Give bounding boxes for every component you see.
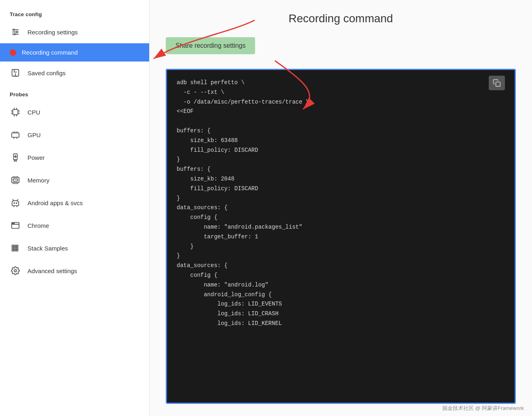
main-content: Recording command Share recording settin… [150,0,532,416]
svg-rect-52 [12,247,14,249]
cpu-icon [10,106,21,118]
svg-rect-50 [14,245,16,247]
share-recording-settings-button[interactable]: Share recording settings [166,37,255,54]
svg-rect-51 [17,245,18,247]
svg-rect-17 [12,133,19,137]
sidebar-item-label: Advanced settings [27,267,77,274]
sidebar-item-saved-configs[interactable]: Saved configs [0,62,149,84]
svg-line-40 [17,200,18,201]
sliders-icon [10,26,21,38]
svg-point-5 [14,34,15,35]
probes-section-title: Probes [0,84,149,101]
svg-point-4 [16,31,18,33]
record-dot-icon [10,49,16,56]
svg-rect-8 [13,110,18,115]
sidebar-item-stack-samples[interactable]: Stack Samples [0,237,149,259]
sidebar-item-power[interactable]: Power [0,146,149,169]
svg-point-3 [13,29,15,31]
sidebar-item-label: Android apps & svcs [27,200,83,206]
sidebar-item-label: Power [27,154,45,161]
copy-icon [493,79,501,87]
trace-config-title: Trace config [0,4,149,21]
svg-point-58 [14,270,17,272]
copy-button[interactable] [489,76,505,90]
android-icon [10,197,21,208]
sidebar-item-label: Recording command [22,49,78,56]
sidebar-item-cpu[interactable]: CPU [0,101,149,123]
svg-rect-56 [14,250,16,251]
svg-rect-38 [13,179,18,181]
sidebar-item-label: GPU [27,132,41,138]
sidebar-item-label: Memory [27,177,49,184]
svg-point-43 [14,203,15,204]
gpu-icon [10,129,21,140]
chrome-icon [10,220,21,231]
svg-rect-49 [12,245,14,247]
svg-rect-55 [12,250,14,251]
memory-icon [10,174,21,186]
sidebar-item-label: Saved configs [27,70,65,76]
code-content[interactable]: adb shell perfetto \ -c - --txt \ -o /da… [167,70,515,403]
stack-samples-icon [10,242,21,254]
power-icon [10,152,21,163]
svg-line-39 [13,200,14,201]
code-container: adb shell perfetto \ -c - --txt \ -o /da… [166,69,516,404]
gear-icon [10,265,21,276]
sidebar-item-gpu[interactable]: GPU [0,123,149,146]
svg-rect-54 [17,247,18,249]
page-title: Recording command [166,12,516,25]
sidebar-item-label: Recording settings [27,29,78,36]
sidebar: Trace config Recording settings Recordin… [0,0,150,416]
sidebar-item-recording-command[interactable]: Recording command [0,43,149,62]
sidebar-item-recording-settings[interactable]: Recording settings [0,21,149,43]
save-icon [10,67,21,79]
sidebar-item-label: Chrome [27,222,49,229]
svg-point-44 [16,203,17,204]
sidebar-item-android-apps[interactable]: Android apps & svcs [0,191,149,214]
watermark: 掘金技术社区 @ 阿豪讲Framework [442,405,524,412]
sidebar-item-label: Stack Samples [27,245,68,252]
svg-rect-53 [14,247,16,249]
sidebar-item-label: CPU [27,109,40,116]
sidebar-item-advanced-settings[interactable]: Advanced settings [0,259,149,282]
svg-rect-61 [496,82,500,87]
svg-point-47 [13,223,13,224]
sidebar-item-chrome[interactable]: Chrome [0,214,149,237]
sidebar-item-memory[interactable]: Memory [0,169,149,191]
svg-rect-57 [17,250,18,251]
svg-point-48 [14,223,15,224]
